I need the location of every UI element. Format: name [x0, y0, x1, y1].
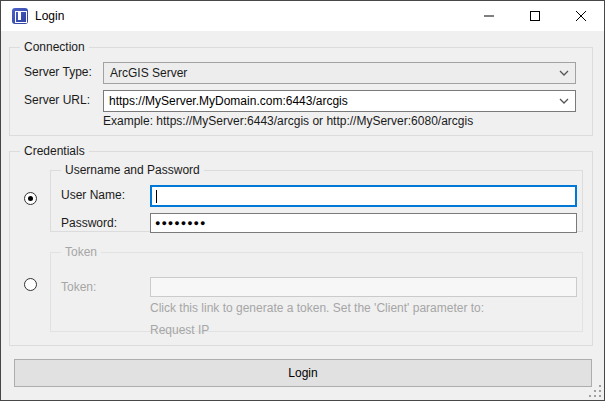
chevron-down-icon [559, 97, 569, 105]
server-url-input[interactable] [104, 91, 555, 111]
token-radio[interactable] [24, 278, 37, 291]
token-label: Token: [61, 280, 96, 294]
password-field[interactable] [150, 213, 577, 233]
token-field [150, 277, 577, 297]
maximize-icon [529, 10, 541, 22]
token-group-label: Token [61, 245, 101, 260]
user-name-field[interactable] [150, 185, 577, 207]
maximize-button[interactable] [512, 1, 558, 31]
app-form-icon [12, 8, 28, 24]
chevron-down-icon [559, 69, 569, 77]
close-button[interactable] [558, 1, 604, 31]
server-type-dropdown[interactable]: ArcGIS Server [103, 62, 576, 84]
window-title: Login [35, 9, 64, 23]
server-url-example-text: Example: https://MyServer:6443/arcgis or… [103, 114, 473, 128]
credentials-group-label: Credentials [20, 144, 89, 159]
user-name-label: User Name: [61, 188, 125, 202]
token-help-text: Click this link to generate a token. Set… [150, 301, 484, 315]
resize-grip-handle[interactable] [589, 385, 601, 397]
server-type-label: Server Type: [24, 65, 92, 79]
credentials-group: Credentials Username and Password User N… [9, 151, 593, 346]
username-password-group: Username and Password User Name: Passwor… [50, 170, 583, 232]
minimize-button[interactable] [466, 1, 512, 31]
connection-group: Connection Server Type: ArcGIS Server Se… [9, 47, 593, 136]
server-url-label: Server URL: [24, 93, 90, 107]
title-bar[interactable]: Login [1, 1, 604, 31]
password-label: Password: [61, 216, 117, 230]
username-password-group-label: Username and Password [61, 163, 204, 178]
server-url-combobox[interactable] [103, 90, 576, 112]
login-button-label: Login [288, 366, 317, 380]
password-input[interactable] [151, 214, 576, 232]
login-dialog: Login Connection Server Type: [0, 0, 605, 401]
close-icon [575, 10, 587, 22]
token-client-value-text: Request IP [150, 323, 209, 337]
login-button[interactable]: Login [14, 359, 592, 387]
token-input [151, 278, 576, 296]
user-name-input[interactable] [152, 187, 575, 205]
token-group: Token Token: Click this link to generate… [50, 252, 583, 332]
connection-group-label: Connection [20, 40, 89, 55]
server-type-value: ArcGIS Server [110, 66, 187, 80]
minimize-icon [483, 10, 495, 22]
username-password-radio[interactable] [24, 192, 37, 205]
